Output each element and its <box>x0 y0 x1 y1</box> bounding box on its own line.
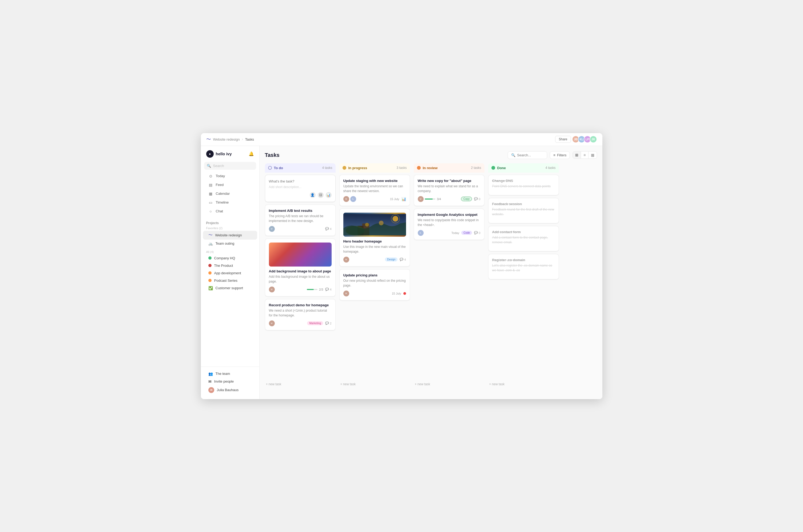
user-avatar: JB <box>208 387 214 393</box>
card-record-demo: Record product demo for homepage We need… <box>265 299 336 330</box>
task-footer-demo: U Marketing 💬 2 <box>269 320 331 326</box>
nav-feed[interactable]: ▤ Feed <box>203 180 257 189</box>
card-implement-ab: Implement A/B test results The pricing A… <box>265 205 336 236</box>
nav-today-label: Today <box>216 174 225 178</box>
sidebar-item-podcast-series[interactable]: Podcast Series <box>203 277 257 284</box>
notification-button[interactable]: 🔔 <box>249 151 254 156</box>
hero-image <box>343 213 406 237</box>
project-website-redesign-label: Website redesign <box>215 233 242 237</box>
progress-text-copy: 3/4 <box>437 197 441 201</box>
task-search-box[interactable]: 🔍 <box>508 151 547 159</box>
avatar-staging-1: U <box>343 196 349 202</box>
comment-count-hero: 💬 4 <box>400 258 406 261</box>
svg-point-6 <box>365 223 369 226</box>
sidebar-item-customer-support[interactable]: ✅ Customer support <box>203 284 257 292</box>
task-desc-ga: We need to copy/paste this code snippet … <box>418 218 480 227</box>
assign-icon[interactable]: 👤 <box>310 192 316 198</box>
col-ir-cards: Write new copy for "about" page We need … <box>414 175 484 380</box>
grid-view-button[interactable]: ⊞ <box>573 152 581 158</box>
task-title-demo: Record product demo for homepage <box>269 303 331 307</box>
search-placeholder: Search <box>213 164 224 168</box>
sidebar-item-company-hq[interactable]: Company HQ <box>203 254 257 262</box>
col-todo-header: To do 4 tasks <box>265 163 336 173</box>
sidebar-item-invite-people[interactable]: ✉ Invite people <box>203 378 257 385</box>
task-desc-dns: Point DNS servers to connect data points <box>492 184 555 189</box>
bar-chart-icon: 📊 <box>402 197 406 201</box>
list-view-button[interactable]: ≡ <box>581 152 588 158</box>
tag-code-ga[interactable]: Code <box>461 231 472 235</box>
card-contact-form: Add contact form Add a contact form to t… <box>488 226 559 251</box>
wave-icon: 〜 <box>208 232 213 238</box>
col-inprogress-header: In progress 3 tasks <box>339 163 410 173</box>
progress-fill-copy <box>425 198 433 200</box>
sidebar-item-app-development[interactable]: App development <box>203 269 257 277</box>
breadcrumb-parent[interactable]: Website redesign <box>213 137 240 141</box>
sidebar-item-the-team[interactable]: 👥 The team <box>203 370 257 378</box>
svg-point-1 <box>393 216 398 222</box>
company-hq-dot <box>208 256 212 260</box>
table-view-button[interactable]: ▦ <box>589 152 597 158</box>
ir-status-icon <box>417 166 421 170</box>
view-toggle: ⊞ ≡ ▦ <box>573 151 597 159</box>
wavy-icon: 〜 <box>206 136 211 142</box>
col-ir-title-wrap: In review <box>417 166 438 170</box>
add-task-inprogress[interactable]: + new task <box>339 380 410 388</box>
project-app-development-label: App development <box>214 271 241 275</box>
tag-copy-label[interactable]: Copy <box>461 197 472 201</box>
project-team-outing-label: Team outing <box>215 242 234 245</box>
task-title-copy: Write new copy for "about" page <box>418 179 480 183</box>
staging-date: 15 July <box>390 197 399 201</box>
avatar-staging-2: L <box>350 196 356 202</box>
col-done-count: 4 tasks <box>545 166 555 170</box>
tag-marketing[interactable]: Marketing <box>307 321 323 325</box>
card-hero-header: Hero header homepage Use this image in t… <box>339 209 410 267</box>
add-task-todo[interactable]: + new task <box>265 380 336 388</box>
filters-button[interactable]: ≡ Filters <box>550 151 570 159</box>
new-task-card: Add short description... 👤 🖼 📊 <box>265 175 336 202</box>
nav-timeline[interactable]: ▭ Timeline <box>203 198 257 207</box>
nav-today[interactable]: ⊙ Today <box>203 172 257 180</box>
avatar-pricing: U <box>343 290 349 297</box>
task-footer-pricing: U 15 July <box>343 290 406 297</box>
comment-count-ab: 💬 4 <box>325 227 331 230</box>
painting-svg <box>343 213 406 237</box>
sidebar-item-team-outing[interactable]: 🚲 Team outing <box>203 240 257 247</box>
search-icon: 🔍 <box>207 164 211 168</box>
staging-avatars: U L <box>343 196 356 202</box>
avatar-bg: U <box>269 287 275 292</box>
task-title-domain: Register .co domain <box>492 258 555 262</box>
tag-design-hero[interactable]: Design <box>385 258 398 262</box>
chart-icon[interactable]: 📊 <box>326 192 331 198</box>
search-input[interactable] <box>517 153 544 157</box>
sidebar-item-the-product[interactable]: The Product <box>203 262 257 269</box>
comment-count-copy: 💬 0 <box>474 197 480 201</box>
sidebar-item-website-redesign[interactable]: 〜 Website redesign <box>203 231 257 240</box>
pricing-meta: 15 July <box>392 292 406 295</box>
progress-text-bg: 2/3 <box>319 288 323 291</box>
comment-count-demo: 💬 2 <box>325 322 331 325</box>
add-task-inreview[interactable]: + new task <box>414 380 484 388</box>
comment-icon-copy: 💬 <box>474 197 478 201</box>
card-update-pricing: Update pricing plans Our new pricing sho… <box>339 269 410 300</box>
the-team-label: The team <box>215 372 230 376</box>
column-done: Done 4 tasks Change DNS Point DNS server… <box>488 163 559 388</box>
nav-calendar[interactable]: ▦ Calendar <box>203 189 257 198</box>
logo: ● hello ivy 🔔 <box>201 150 259 162</box>
content-area: Tasks 🔍 ≡ Filters ⊞ ≡ ▦ <box>260 146 603 399</box>
image-icon[interactable]: 🖼 <box>318 192 324 198</box>
new-task-title-input[interactable] <box>269 179 331 183</box>
task-footer-copy: U 3/4 C <box>418 196 480 202</box>
avatar-demo: U <box>269 320 275 326</box>
sidebar-item-julia-bauhaus[interactable]: JB Julia Bauhaus <box>203 385 257 395</box>
new-task-desc: Add short description... <box>269 185 331 189</box>
pricing-date: 15 July <box>392 292 401 295</box>
nav-chat[interactable]: ○ Chat <box>203 207 257 215</box>
add-task-done[interactable]: + new task <box>488 380 559 388</box>
share-button[interactable]: Share <box>555 136 571 143</box>
search-input-icon: 🔍 <box>511 153 515 157</box>
col-todo-title: To do <box>274 166 283 170</box>
col-done-cards: Change DNS Point DNS servers to connect … <box>488 175 559 380</box>
task-desc-hero: Use this image in the new main visual of… <box>343 244 406 254</box>
search-box[interactable]: 🔍 Search <box>204 162 256 170</box>
nav-feed-label: Feed <box>216 183 224 187</box>
